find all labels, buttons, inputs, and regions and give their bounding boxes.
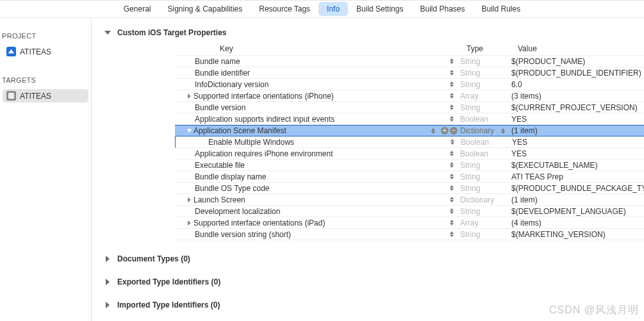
section-label: Exported Type Identifiers (0): [117, 277, 220, 286]
plist-value[interactable]: $(CURRENT_PROJECT_VERSION): [511, 103, 644, 112]
section-label: Custom iOS Target Properties: [117, 28, 226, 37]
key-stepper-icon[interactable]: [430, 126, 436, 135]
section-imported-identifiers[interactable]: Imported Type Identifiers (0): [104, 300, 644, 309]
plist-row[interactable]: Application requires iPhone environmentB…: [175, 148, 644, 160]
plist-row[interactable]: Bundle nameString$(PRODUCT_NAME): [175, 56, 644, 67]
plist-type: String: [460, 230, 480, 239]
plist-key: Supported interface orientations (iPad): [194, 218, 325, 227]
add-row-button[interactable]: +: [441, 127, 449, 135]
section-exported-identifiers[interactable]: Exported Type Identifiers (0): [104, 277, 644, 286]
key-stepper-icon[interactable]: [449, 92, 455, 101]
plist-type: String: [460, 57, 480, 66]
section-custom-properties[interactable]: Custom iOS Target Properties: [104, 28, 644, 37]
tab-signing-capabilities[interactable]: Signing & Capabilities: [159, 2, 251, 16]
plist-row[interactable]: Bundle display nameStringATI TEAS Prep: [175, 171, 644, 183]
chevron-right-icon: [106, 279, 110, 285]
disclosure-triangle-icon[interactable]: [188, 197, 191, 202]
plist-row[interactable]: Enable Multiple WindowsBooleanYES: [175, 136, 644, 148]
tab-build-phases[interactable]: Build Phases: [411, 2, 473, 16]
plist-key: Executable file: [195, 161, 245, 170]
plist-type: Boolean: [461, 138, 489, 147]
plist-value[interactable]: (4 items): [511, 218, 644, 227]
plist-row[interactable]: Development localizationString$(DEVELOPM…: [175, 206, 644, 217]
plist-row[interactable]: InfoDictionary versionString6.0: [175, 79, 644, 90]
chevron-right-icon: [106, 302, 110, 308]
plist-value[interactable]: YES: [512, 138, 644, 147]
tab-build-rules[interactable]: Build Rules: [474, 2, 529, 16]
plist-value[interactable]: $(MARKETING_VERSION): [511, 230, 644, 239]
key-stepper-icon[interactable]: [449, 103, 455, 112]
plist-row[interactable]: Supported interface orientations (iPhone…: [175, 90, 644, 102]
plist-row[interactable]: Executable fileString$(EXECUTABLE_NAME): [175, 160, 644, 171]
tab-info[interactable]: Info: [318, 2, 348, 16]
plist-value[interactable]: $(PRODUCT_BUNDLE_IDENTIFIER): [511, 69, 644, 78]
plist-value[interactable]: $(EXECUTABLE_NAME): [511, 161, 644, 170]
key-stepper-icon[interactable]: [449, 69, 455, 78]
plist-column-headers: Key Type Value: [181, 42, 644, 55]
plist-value[interactable]: ATI TEAS Prep: [511, 172, 644, 181]
project-heading: PROJECT: [0, 32, 91, 40]
plist-key: Bundle display name: [195, 172, 266, 181]
plist-type: Boolean: [460, 149, 488, 158]
plist-row[interactable]: Application Scene Manifest+−Dictionary(1…: [175, 125, 644, 136]
key-stepper-icon[interactable]: [449, 115, 455, 124]
plist-key: Bundle identifier: [195, 69, 250, 78]
plist-value[interactable]: 6.0: [511, 80, 644, 89]
tab-general[interactable]: General: [115, 2, 160, 16]
plist-key: Supported interface orientations (iPhone…: [194, 92, 334, 101]
disclosure-triangle-icon[interactable]: [187, 129, 192, 133]
plist-key: Enable Multiple Windows: [208, 138, 294, 147]
plist-type: Dictionary: [460, 195, 494, 204]
section-label: Imported Type Identifiers (0): [117, 300, 220, 309]
plist-type: Boolean: [460, 115, 488, 124]
plist-row[interactable]: Bundle identifierString$(PRODUCT_BUNDLE_…: [175, 67, 644, 79]
key-stepper-icon[interactable]: [449, 172, 455, 181]
plist-value[interactable]: $(PRODUCT_NAME): [511, 57, 644, 66]
key-stepper-icon[interactable]: [449, 207, 455, 216]
plist-type: String: [460, 69, 480, 78]
plist-value[interactable]: $(DEVELOPMENT_LANGUAGE): [511, 207, 644, 216]
plist-row[interactable]: Bundle OS Type codeString$(PRODUCT_BUNDL…: [175, 183, 644, 194]
key-stepper-icon[interactable]: [449, 149, 455, 158]
type-stepper-icon[interactable]: [500, 126, 506, 135]
disclosure-triangle-icon[interactable]: [188, 220, 191, 226]
tab-resource-tags[interactable]: Resource Tags: [251, 2, 318, 16]
app-target-icon: [6, 91, 16, 101]
plist-type: Array: [460, 92, 479, 101]
plist-table: Bundle nameString$(PRODUCT_NAME)Bundle i…: [175, 55, 644, 240]
key-stepper-icon[interactable]: [449, 184, 455, 193]
key-stepper-icon[interactable]: [449, 218, 455, 227]
sidebar-item-target[interactable]: ATITEAS: [3, 89, 88, 103]
key-stepper-icon[interactable]: [449, 230, 455, 239]
plist-value[interactable]: $(PRODUCT_BUNDLE_PACKAGE_TYPE): [511, 184, 644, 193]
key-stepper-icon[interactable]: [449, 161, 455, 170]
section-label: Document Types (0): [117, 254, 190, 263]
plist-row[interactable]: Launch ScreenDictionary(1 item): [175, 194, 644, 206]
plist-value[interactable]: (1 item): [511, 195, 644, 204]
xcode-project-icon: [6, 47, 16, 56]
plist-value[interactable]: (1 item): [511, 126, 644, 135]
plist-row[interactable]: Supported interface orientations (iPad)A…: [175, 217, 644, 229]
plist-value[interactable]: YES: [511, 115, 644, 124]
key-stepper-icon[interactable]: [449, 138, 456, 147]
plist-key: Application supports indirect input even…: [195, 115, 334, 124]
plist-value[interactable]: (3 items): [511, 92, 644, 101]
sidebar-item-project[interactable]: ATITEAS: [3, 45, 88, 58]
plist-row[interactable]: Application supports indirect input even…: [175, 113, 644, 125]
chevron-right-icon: [106, 256, 110, 262]
remove-row-button[interactable]: −: [450, 127, 458, 135]
section-document-types[interactable]: Document Types (0): [104, 254, 644, 263]
plist-key: Bundle OS Type code: [195, 184, 270, 193]
plist-row[interactable]: Bundle version string (short)String$(MAR…: [175, 229, 644, 240]
sidebar-project-label: ATITEAS: [20, 47, 51, 56]
tab-build-settings[interactable]: Build Settings: [348, 2, 411, 16]
key-stepper-icon[interactable]: [449, 57, 455, 66]
col-value: Value: [518, 44, 644, 53]
plist-value[interactable]: YES: [511, 149, 644, 158]
key-stepper-icon[interactable]: [449, 195, 455, 204]
disclosure-triangle-icon[interactable]: [188, 94, 191, 99]
key-stepper-icon[interactable]: [449, 80, 455, 89]
project-navigator-sidebar: PROJECT ATITEAS TARGETS ATITEAS: [0, 18, 92, 321]
plist-row[interactable]: Bundle versionString$(CURRENT_PROJECT_VE…: [175, 102, 644, 113]
plist-key: Development localization: [195, 207, 280, 216]
